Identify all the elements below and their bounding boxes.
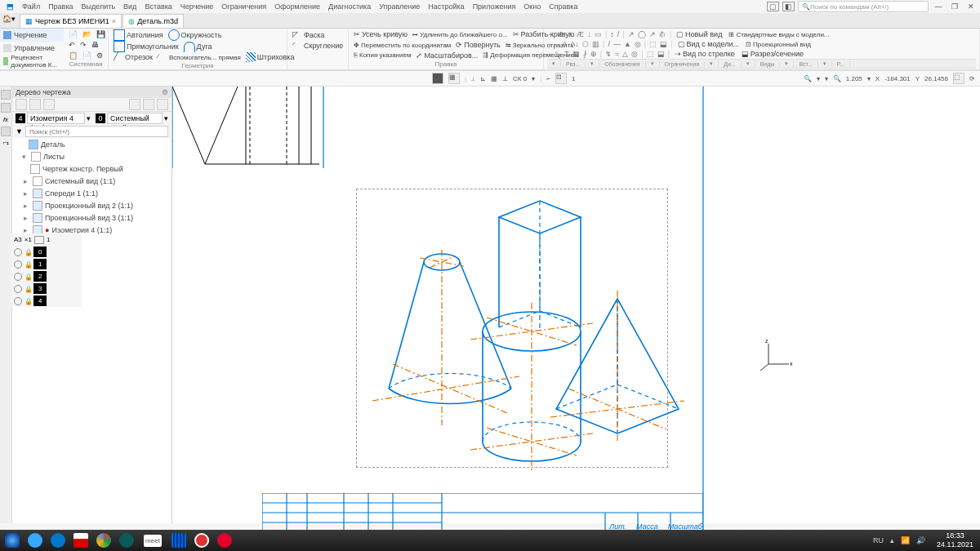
tree-item-sysview[interactable]: ▸Системный вид (1:1) (12, 175, 172, 187)
chamfer-button[interactable]: ◸Фаска (291, 30, 327, 40)
menu-design[interactable]: Оформление (270, 2, 324, 11)
start-button[interactable] (2, 531, 23, 549)
dim-icon[interactable]: ↔ (547, 30, 555, 38)
task-save[interactable] (70, 531, 91, 549)
tab-drawing[interactable]: ▦Чертеж БЕЗ ИМЕНИ1× (20, 14, 122, 28)
extend-button[interactable]: ↦Удлинить до ближайшего о... (411, 31, 510, 38)
maximize-button[interactable]: ❐ (948, 1, 961, 12)
layout-icon[interactable]: ▢ (767, 2, 779, 11)
task-wmp[interactable] (47, 531, 69, 549)
command-search[interactable]: 🔍 Поиск по командам (Alt+/) (798, 1, 929, 12)
task-opera[interactable] (214, 531, 235, 549)
menu-window[interactable]: Окно (519, 2, 545, 11)
format-row[interactable]: A3×11 (11, 233, 82, 246)
auxline-button[interactable]: ∕Вспомогатель... прямая (156, 52, 243, 62)
copy-button[interactable]: 📋 (67, 51, 79, 60)
clock[interactable]: 18:3324.11.2021 (932, 531, 978, 549)
active-view-selector[interactable]: 4Изометрия 4 (1:1)▾ 0Системный слой▾ (12, 112, 172, 125)
snap-icon[interactable]: ▦ (448, 73, 460, 84)
new-button[interactable]: 📄 (67, 30, 79, 38)
close-button[interactable]: ✕ (964, 1, 978, 12)
mode-reviewer[interactable]: Рецензент документов К... (0, 55, 64, 68)
props-button[interactable]: ⚙ (95, 51, 105, 60)
print-button[interactable]: 🖶 (90, 41, 100, 49)
l2-rail-icon[interactable]: ⌐₂ (2, 140, 8, 146)
layer-row[interactable]: 🔒3 (11, 282, 82, 295)
menu-drawing[interactable]: Черчение (176, 2, 218, 11)
layout-icon2[interactable]: ◧ (782, 2, 795, 11)
menu-diagnostics[interactable]: Диагностика (324, 2, 375, 11)
task-meet[interactable]: meet (139, 531, 167, 549)
close-icon[interactable]: × (112, 17, 116, 25)
trim-button[interactable]: ✂Усечь кривую (352, 30, 409, 38)
fillet-button[interactable]: ◜Скругление (291, 41, 345, 51)
tree-rail-icon[interactable] (1, 90, 11, 100)
task-chrome[interactable] (93, 531, 114, 549)
segment-button[interactable]: ╱Отрезок (112, 52, 154, 62)
proj-view-button[interactable]: ⊡ Проекционный вид (744, 41, 813, 48)
model-view-button[interactable]: ▢ Вид с модели... (676, 40, 742, 48)
network-icon[interactable]: 📶 (901, 536, 910, 544)
rotate-button[interactable]: ⟳Повернуть (454, 41, 501, 49)
move-button[interactable]: ✥Переместить по координатам (352, 42, 452, 49)
arrow-view-button[interactable]: ⇢ Вид по стрелке (673, 50, 737, 58)
task-app2[interactable] (191, 531, 212, 549)
grid-icon[interactable] (432, 73, 443, 84)
redo-button[interactable]: ↷ (78, 41, 88, 49)
menu-help[interactable]: Справка (545, 2, 581, 11)
menu-manage[interactable]: Управление (375, 2, 424, 11)
vars-rail-icon[interactable] (1, 127, 11, 136)
tree-item-sheet1[interactable]: Чертеж констр. Первый (12, 162, 172, 175)
menu-insert[interactable]: Вставка (140, 2, 176, 11)
scale-value[interactable]: 1 (572, 75, 575, 82)
rect-button[interactable]: Прямоугольник (112, 41, 180, 52)
tab-part[interactable]: ◍Деталь.m3d (122, 14, 184, 28)
menu-apps[interactable]: Приложения (469, 2, 520, 11)
params-rail-icon[interactable] (1, 103, 11, 113)
zoom-fit-icon[interactable]: 🔍 (804, 75, 812, 82)
tree-item-front[interactable]: ▸Спереди 1 (1:1) (12, 187, 172, 199)
menu-select[interactable]: Выделить (78, 2, 120, 11)
gear-icon[interactable]: ⚙ (162, 88, 168, 96)
task-ie[interactable] (24, 531, 46, 549)
lang-indicator[interactable]: RU (873, 536, 884, 544)
menu-view[interactable]: Вид (119, 2, 140, 11)
tree-item-sheets[interactable]: ▾Листы (12, 150, 172, 162)
drawing-canvas[interactable]: z x Лит.МассаМасштаб (172, 87, 980, 523)
mode-manage[interactable]: Управление (0, 42, 64, 55)
menu-edit[interactable]: Правка (44, 2, 77, 11)
layer-row[interactable]: 🔒1 (11, 258, 82, 270)
menu-file[interactable]: Файл (18, 2, 44, 11)
tree-search-input[interactable] (25, 126, 168, 137)
new-view-button[interactable]: ▢ Новый вид (675, 30, 724, 38)
layer-row[interactable]: 🔒2 (11, 270, 82, 282)
task-kompas[interactable] (116, 531, 137, 549)
circle-button[interactable]: Окружность (167, 29, 224, 41)
std-views-button[interactable]: ⊞ Стандартные виды с модели... (727, 31, 831, 38)
volume-icon[interactable]: 🔊 (916, 536, 925, 544)
menu-settings[interactable]: Настройка (424, 2, 468, 11)
undo-button[interactable]: ↶ (67, 41, 77, 49)
cs-label[interactable]: СК 0 (513, 75, 527, 82)
tree-item-proj3[interactable]: ▸Проекционный вид 3 (1:1) (12, 211, 172, 224)
paste-button[interactable]: 📄 (81, 51, 93, 60)
task-app1[interactable] (168, 531, 189, 549)
mode-drawing[interactable]: Черчение (0, 29, 64, 42)
tree-item-part[interactable]: Деталь (12, 138, 172, 150)
filter-icon[interactable]: ▼ (16, 127, 23, 136)
section-view-button[interactable]: ⬓ Разрез/сечение (740, 50, 805, 58)
tree-item-proj2[interactable]: ▸Проекционный вид 2 (1:1) (12, 199, 172, 211)
arc-button[interactable]: Дуга (182, 42, 214, 52)
minimize-button[interactable]: — (932, 1, 945, 12)
copy-point-button[interactable]: ⎘Копия указанием (352, 51, 412, 59)
layer-row[interactable]: 🔒4 (11, 295, 82, 307)
tray-arrow-icon[interactable]: ▴ (890, 536, 894, 544)
autoline-button[interactable]: Автолиния (112, 29, 165, 41)
layer-row[interactable]: 🔒0 (11, 246, 82, 258)
zoom-icon[interactable]: 🔍 (833, 75, 841, 82)
open-button[interactable]: 📂 (81, 30, 93, 38)
scale-button[interactable]: ⤢Масштабиров... (414, 51, 479, 60)
home-icon[interactable]: 🏠▾ (2, 15, 16, 23)
fx-rail-icon[interactable]: fx (3, 116, 8, 123)
menu-constraints[interactable]: Ограничения (217, 2, 270, 11)
